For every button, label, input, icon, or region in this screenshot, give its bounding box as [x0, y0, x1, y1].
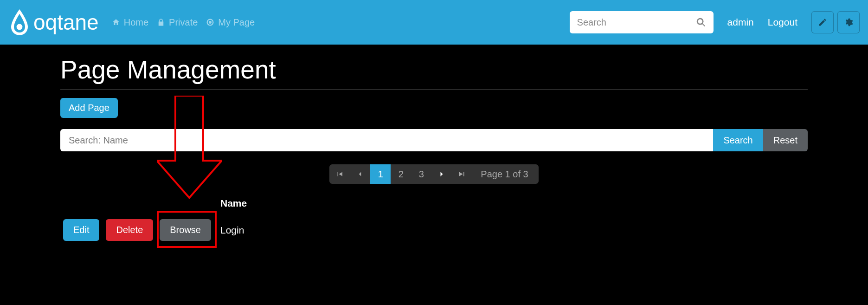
content-search-input[interactable]: [60, 129, 713, 151]
search-button[interactable]: Search: [713, 129, 763, 151]
skip-forward-icon: [458, 170, 466, 178]
pages-table: Name Edit Delete Browse Login: [60, 198, 808, 250]
pager-first[interactable]: [329, 164, 350, 184]
main-content: Page Management Add Page Search Reset 1 …: [0, 45, 868, 250]
col-actions-header: [60, 198, 220, 209]
table-header: Name: [60, 198, 808, 209]
drop-icon: [8, 8, 31, 36]
nav-mypage-label: My Page: [218, 17, 255, 28]
logout-link[interactable]: Logout: [768, 17, 797, 28]
pager-next[interactable]: [431, 164, 452, 184]
nav-private[interactable]: Private: [157, 17, 198, 28]
browse-button[interactable]: Browse: [160, 219, 211, 241]
divider: [60, 89, 808, 90]
edit-button[interactable]: Edit: [63, 219, 99, 241]
user-link[interactable]: admin: [727, 17, 754, 28]
row-name: Login: [220, 225, 244, 236]
settings-button[interactable]: [837, 11, 860, 33]
pager-summary: Page 1 of 3: [472, 164, 538, 184]
pager: 1 2 3 Page 1 of 3: [60, 164, 808, 184]
brand-logo[interactable]: oqtane: [8, 8, 99, 36]
pager-last[interactable]: [452, 164, 472, 184]
nav-home[interactable]: Home: [112, 17, 148, 28]
chevron-right-icon: [437, 169, 446, 179]
pager-inner: 1 2 3 Page 1 of 3: [329, 164, 538, 184]
content-search-row: Search Reset: [60, 129, 808, 151]
header: oqtane Home Private My Page admin Logout: [0, 0, 868, 45]
search-icon[interactable]: [696, 17, 706, 27]
table-row: Edit Delete Browse Login: [60, 219, 808, 241]
skip-back-icon: [335, 170, 344, 178]
pager-page-3[interactable]: 3: [411, 164, 431, 184]
header-search: [570, 11, 714, 33]
edit-mode-button[interactable]: [811, 11, 834, 33]
gear-icon: [844, 18, 853, 27]
pencil-icon: [818, 18, 827, 27]
delete-button[interactable]: Delete: [106, 219, 153, 241]
target-icon: [206, 18, 214, 26]
chevron-left-icon: [356, 170, 364, 178]
brand-text: oqtane: [33, 10, 99, 35]
top-nav: Home Private My Page: [112, 17, 255, 28]
lock-icon: [157, 18, 165, 26]
pager-prev[interactable]: [350, 164, 370, 184]
nav-mypage[interactable]: My Page: [206, 17, 255, 28]
svg-point-0: [17, 24, 23, 30]
nav-home-label: Home: [124, 17, 148, 28]
nav-private-label: Private: [169, 17, 198, 28]
pager-page-2[interactable]: 2: [391, 164, 411, 184]
col-name-header: Name: [220, 198, 808, 209]
row-actions: Edit Delete Browse: [60, 219, 220, 241]
reset-button[interactable]: Reset: [763, 129, 808, 151]
pager-page-1[interactable]: 1: [370, 164, 391, 184]
home-icon: [112, 18, 120, 26]
header-right: admin Logout: [570, 11, 860, 33]
header-search-input[interactable]: [577, 17, 696, 28]
page-title: Page Management: [60, 55, 808, 84]
add-page-button[interactable]: Add Page: [60, 98, 118, 118]
